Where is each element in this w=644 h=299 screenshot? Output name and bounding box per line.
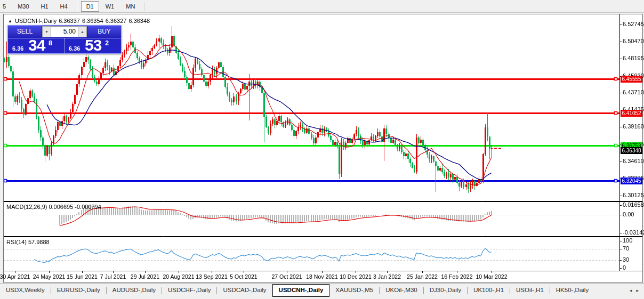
timeframe-button-5[interactable]: 5 xyxy=(1,1,11,12)
price-axis-tick: 6.52745 xyxy=(623,21,644,27)
date-axis-label: 3 Jan 2022 xyxy=(368,273,406,280)
symbol-tab-usdcad[interactable]: USDCAD-,Daily xyxy=(217,284,272,297)
symbol-tab-ukoil[interactable]: UKOil-,M30 xyxy=(380,284,423,297)
sell-price-pip-digit: 8 xyxy=(49,39,52,47)
date-axis-label: 27 Oct 2021 xyxy=(268,273,306,280)
price-axis-tick: 6.50470 xyxy=(623,38,644,44)
chart-symbol-period: USDCNH-,Daily xyxy=(15,18,57,24)
level-price-label[interactable]: 6.45555 xyxy=(621,76,642,83)
date-axis-label: 18 Nov 2021 xyxy=(303,273,341,280)
ohlc-low: 6.36327 xyxy=(106,18,127,24)
sell-price-prefix: 6.36 xyxy=(12,45,23,52)
symbol-tab-uk100[interactable]: UK100-,H1 xyxy=(468,284,510,297)
symbol-tab-hk50[interactable]: HK50-,Daily xyxy=(550,284,594,297)
date-axis-label: 16 Feb 2022 xyxy=(438,273,476,280)
date-axis-label: 29 Jul 2021 xyxy=(126,273,164,280)
symbol-tab-eurusd[interactable]: EURUSD-,Daily xyxy=(51,284,106,297)
timeframe-toolbar: 5M30H1H4D1W1MN xyxy=(0,0,644,13)
symbol-tab-dj30[interactable]: DJ30-,Daily xyxy=(424,284,467,297)
price-axis-tick: 6.48195 xyxy=(623,55,644,61)
toolbar-separator xyxy=(77,2,77,11)
toolbar-separator xyxy=(144,2,144,11)
buy-price-big-digits: 53 xyxy=(85,36,101,54)
timeframe-button-h1[interactable]: H1 xyxy=(36,1,54,12)
symbol-tab-usdchf[interactable]: USDCHF-,Daily xyxy=(162,284,217,297)
macd-axis-tick: 0.016586 xyxy=(623,201,644,208)
timeframe-button-mn[interactable]: MN xyxy=(120,1,140,12)
ohlc-close: 6.36348 xyxy=(128,18,150,24)
symbol-tab-xauusd[interactable]: XAUUSD-,M5 xyxy=(329,284,379,297)
sell-price-display[interactable]: 6.36 34 8 xyxy=(8,38,65,53)
timeframe-button-d1[interactable]: D1 xyxy=(81,1,99,12)
date-axis-label: 25 Jan 2022 xyxy=(403,273,441,280)
current-price-label: 6.36348 xyxy=(621,147,642,154)
rsi-axis-tick: 0 xyxy=(623,264,626,271)
chart-title: ▲USDCNH-,Daily6.363376.363546.363276.363… xyxy=(8,18,152,24)
level-price-label[interactable]: 6.32045 xyxy=(621,177,642,184)
rsi-axis-tick: 100 xyxy=(623,237,632,244)
buy-price-prefix: 6.36 xyxy=(69,45,80,52)
symbol-tab-usoil[interactable]: USOil-,H1 xyxy=(510,284,550,297)
volume-input[interactable]: 5.00 xyxy=(51,26,78,37)
timeframe-button-m30[interactable]: M30 xyxy=(12,1,34,12)
price-axis-tick: 6.39160 xyxy=(623,123,644,130)
volume-spinner: ▼ 5.00 ▲ xyxy=(42,26,87,38)
sell-price-big-digits: 34 xyxy=(28,36,45,54)
symbol-tab-usdcnh[interactable]: USDCNH-,Daily xyxy=(272,284,330,297)
macd-axis-tick: -0.031423 xyxy=(623,229,644,236)
volume-decrease-button[interactable]: ▼ xyxy=(42,26,51,37)
timeframe-button-w1[interactable]: W1 xyxy=(100,1,120,12)
mt4-workspace: 5M30H1H4D1W1MN ▲USDCNH-,Daily6.363376.36… xyxy=(0,0,644,299)
symbol-tab-bar: USDX,WeeklyEURUSD-,DailyAUDUSD-,DailyUSD… xyxy=(0,284,644,297)
price-axis-tick: 6.34610 xyxy=(623,158,644,164)
timeframe-button-h4[interactable]: H4 xyxy=(55,1,73,12)
level-price-label[interactable]: 6.41052 xyxy=(621,110,642,117)
one-click-trade-panel: SELL ▼ 5.00 ▲ BUY 6.36 34 8 6.36 53 2 xyxy=(7,25,122,54)
macd-indicator-label: MACD(12,26,9)0.006695-0.000794 xyxy=(6,204,103,210)
buy-price-pip-digit: 2 xyxy=(105,39,109,47)
date-axis-label: 10 Mar 2022 xyxy=(472,273,511,280)
date-axis-label: 30 Apr 2021 xyxy=(0,273,34,280)
ohlc-open: 6.36337 xyxy=(59,18,80,24)
rsi-axis-tick: 70 xyxy=(623,245,629,252)
tab-scroll-right-icon[interactable]: ▸ xyxy=(636,288,639,293)
date-axis-label: 5 Oct 2021 xyxy=(224,273,263,280)
ohlc-high: 6.36354 xyxy=(82,18,103,24)
rsi-axis-tick: 30 xyxy=(623,256,629,263)
symbol-tab-usdx[interactable]: USDX,Weekly xyxy=(0,284,51,297)
price-axis-tick: 6.30125 xyxy=(623,192,644,198)
buy-price-display[interactable]: 6.36 53 2 xyxy=(65,38,121,53)
price-axis-tick: 6.43710 xyxy=(623,89,644,95)
symbol-tab-audusd[interactable]: AUDUSD-,Daily xyxy=(107,284,162,297)
rsi-indicator-label: RSI(14)57.9888 xyxy=(6,239,51,245)
collapse-triangle-icon[interactable]: ▲ xyxy=(8,19,12,23)
volume-increase-button[interactable]: ▲ xyxy=(78,26,87,37)
tab-scroll-left-icon[interactable]: ◂ xyxy=(630,288,632,293)
macd-axis-tick: 0.00 xyxy=(623,211,634,217)
